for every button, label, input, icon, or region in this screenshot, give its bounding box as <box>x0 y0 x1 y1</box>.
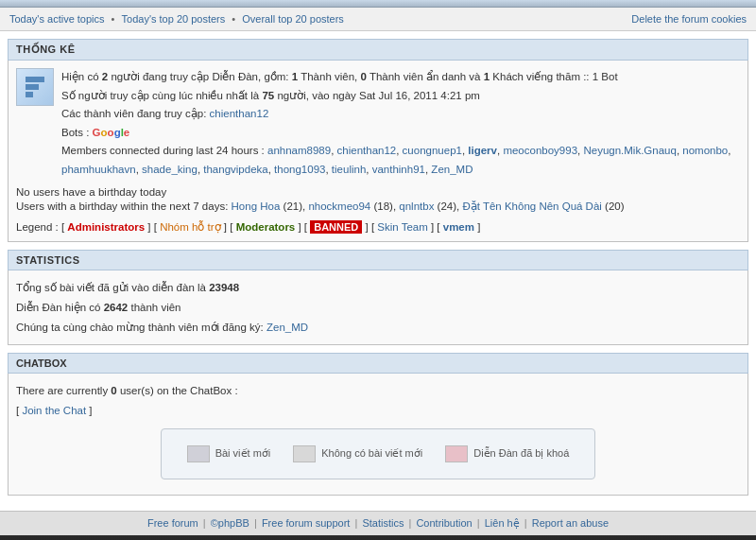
stats-inner: Hiện có 2 người đang truy cập Diễn Đàn, … <box>16 68 740 179</box>
nav-separator-1: • <box>112 13 118 25</box>
nav-separator-2: • <box>232 13 238 25</box>
legend-line: Legend : [ Administrators ] [ Nhóm hỗ tr… <box>16 220 740 234</box>
peak-line: Số người truy cập cùng lúc nhiều nhất là… <box>61 87 740 106</box>
footer-report-abuse[interactable]: Report an abuse <box>532 517 609 529</box>
connected-line: Members connected during last 24 hours :… <box>61 142 740 179</box>
footer-contact[interactable]: Liên hệ <box>485 517 520 529</box>
legend-skinteam-link[interactable]: Skin Team <box>377 221 427 233</box>
birthday-qnlntbx[interactable]: qnlntbx <box>399 200 434 212</box>
icon-bar-small <box>26 92 33 97</box>
user-neyugn[interactable]: Neyugn.Mik.Gnauq <box>583 145 676 156</box>
hidden-count: 0 <box>360 71 366 82</box>
chatbox-count: 0 <box>111 385 116 396</box>
total-members-line: Diễn Đàn hiện có 2642 thành viên <box>16 298 740 318</box>
thongke-box: Hiện có 2 người đang truy cập Diễn Đàn, … <box>8 61 748 242</box>
chatbox-section: CHATBOX There are currently 0 user(s) on… <box>8 353 748 495</box>
delete-cookies-link[interactable]: Delete the forum cookies <box>631 13 747 25</box>
online-line: Hiện có 2 người đang truy cập Diễn Đàn, … <box>61 68 740 87</box>
birthday-honghoa[interactable]: Hong Hoa <box>232 200 281 212</box>
icon-bar-large <box>26 77 44 82</box>
no-birthday-today-line: No users have a birthday today <box>16 186 740 198</box>
legend-banned-badge: BANNED <box>310 220 362 234</box>
user-thong[interactable]: thong1093 <box>274 164 325 175</box>
statistics-header: STATISTICS <box>8 250 748 270</box>
guest-count: 1 <box>484 71 490 82</box>
chatbox-content: There are currently 0 user(s) on the Cha… <box>8 374 748 495</box>
bots-line: Bots : Google <box>61 124 740 143</box>
top-nav: Today's active topics • Today's top 20 p… <box>0 8 756 31</box>
total-members-count: 2642 <box>104 302 129 313</box>
newest-member-link[interactable]: Zen_MD <box>266 322 308 333</box>
footer-support[interactable]: Free forum support <box>262 517 351 529</box>
footer-free-forum[interactable]: Free forum <box>147 517 198 529</box>
nav-overall-top-20[interactable]: Overall top 20 posters <box>242 13 344 25</box>
chatbox-header: CHATBOX <box>8 353 748 374</box>
statistics-numbers: Tổng số bài viết đã gửi vào diễn đàn là … <box>8 270 748 345</box>
footer-statistics[interactable]: Statistics <box>362 517 404 529</box>
user-tieulnh[interactable]: tieulinh <box>332 164 366 175</box>
statistics-section: STATISTICS Tổng số bài viết đã gửi vào d… <box>8 250 748 345</box>
newest-member-line: Chúng ta cùng chào mừng thành viên mới đ… <box>16 318 740 338</box>
user-meoconboy[interactable]: meoconboy993 <box>503 145 577 156</box>
google-text: Google <box>93 127 130 138</box>
legend-locked-color <box>445 445 468 462</box>
stats-text-block: Hiện có 2 người đang truy cập Diễn Đàn, … <box>61 68 740 179</box>
legend-new-posts: Bài viết mới <box>187 444 271 463</box>
browsing-user-link[interactable]: chienthan12 <box>210 108 269 119</box>
legend-vmem-link[interactable]: vmem <box>443 221 474 233</box>
thongke-header: THỐNG KÊ <box>8 39 748 61</box>
user-chienthan[interactable]: chienthan12 <box>337 145 397 156</box>
legend-admin-link[interactable]: Administrators <box>67 221 145 233</box>
nav-active-topics[interactable]: Today's active topics <box>9 13 105 25</box>
legend-locked-forum: Diễn Đàn đã bị khoá <box>445 444 569 463</box>
footer-contribution[interactable]: Contribution <box>416 517 472 529</box>
legend-mod-link[interactable]: Moderators <box>236 221 296 233</box>
top-nav-links: Today's active topics • Today's top 20 p… <box>9 13 348 25</box>
top-bar-remnant <box>0 0 756 8</box>
member-count: 1 <box>292 71 298 82</box>
birthday-datentoolong[interactable]: Đặt Tên Không Nên Quá Dài <box>462 200 601 212</box>
footer-phpbb[interactable]: ©phpBB <box>211 517 249 529</box>
user-zenmd[interactable]: Zen_MD <box>431 164 472 175</box>
user-vanthinh[interactable]: vanthinh91 <box>372 164 425 175</box>
user-phamhuu[interactable]: phamhuukhavn <box>61 164 136 175</box>
total-posts-count: 23948 <box>209 282 239 293</box>
user-nomonbo[interactable]: nomonbo <box>682 145 728 156</box>
legend-no-new-color <box>293 445 316 462</box>
user-anhnam[interactable]: anhnam8989 <box>267 145 331 156</box>
stats-icon-inner <box>26 77 44 97</box>
user-thangvip[interactable]: thangvipdeka <box>203 164 267 175</box>
peak-count: 75 <box>262 90 274 101</box>
birthday-line: Users with a birthday within the next 7 … <box>16 200 740 213</box>
user-shade[interactable]: shade_king <box>142 164 198 175</box>
birthday-nhockmeo[interactable]: nhockmeo94 <box>308 200 370 212</box>
legend-locked-label: Diễn Đàn đã bị khoá <box>473 444 569 463</box>
user-cuongnuep[interactable]: cuongnuep1 <box>403 145 462 156</box>
legend-new-label: Bài viết mới <box>215 444 271 463</box>
legend-nhomhotro-link[interactable]: Nhóm hỗ trợ <box>160 221 221 233</box>
join-chat-line: [ Join the Chat ] <box>16 401 740 421</box>
nav-top-20-posters[interactable]: Today's top 20 posters <box>122 13 226 25</box>
icon-bar-medium <box>26 84 39 90</box>
chatbox-users-line: There are currently 0 user(s) on the Cha… <box>16 381 740 401</box>
join-chat-link[interactable]: Join the Chat <box>22 405 86 416</box>
online-count: 2 <box>102 71 108 82</box>
legend-visual-box: Bài viết mới Không có bài viết mới Diễn … <box>161 428 595 479</box>
legend-no-new-posts: Không có bài viết mới <box>293 444 422 463</box>
footer: Free forum | ©phpBB | Free forum support… <box>0 511 756 535</box>
dark-footer: © 2011 Basicforums.com Powered by phpBB … <box>0 535 756 540</box>
main-content: THỐNG KÊ Hiện có 2 người đang truy cập D… <box>0 31 756 511</box>
stats-icon <box>16 68 54 106</box>
browsing-line: Các thành viên đang truy cập: chienthan1… <box>61 105 740 124</box>
legend-new-color <box>187 445 210 462</box>
legend-no-new-label: Không có bài viết mới <box>321 444 422 463</box>
user-ligerv[interactable]: ligerv <box>468 145 497 156</box>
total-posts-line: Tổng số bài viết đã gửi vào diễn đàn là … <box>16 278 740 298</box>
